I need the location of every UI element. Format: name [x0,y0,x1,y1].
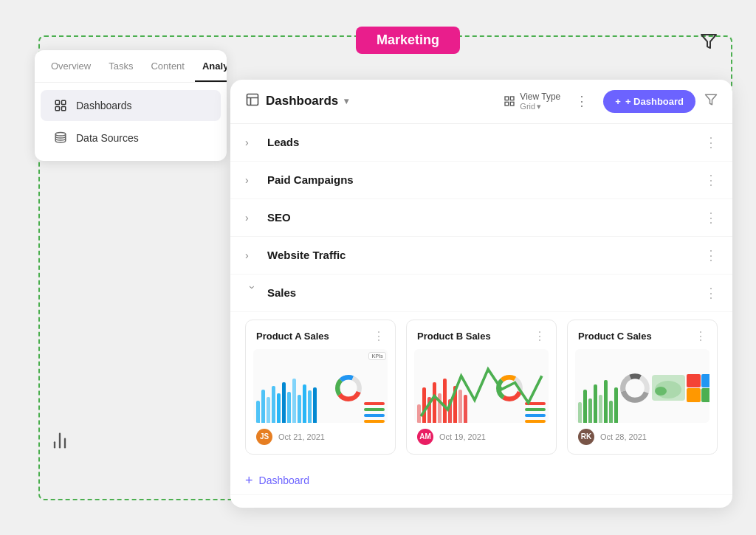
svg-rect-13 [511,97,515,100]
card-preview-product-a: KPIs [253,349,388,423]
map-placeholder-c [652,375,685,401]
avatar-product-b: AM [417,429,433,445]
card-product-c[interactable]: Product C Sales ⋮ [567,320,718,455]
card-preview-product-c [575,349,709,423]
tab-tasks[interactable]: Tasks [101,50,140,82]
main-panel: Dashboards ▾ View Type Grid ▾ [230,80,732,508]
mini-bars-a [256,375,333,423]
sidebar-tabs: Overview Tasks Content Analytics [35,50,227,83]
sidebar-menu: Dashboards Data Sources [35,83,227,161]
sidebar-item-label-data-sources: Data Sources [76,132,139,144]
mini-donut-a [334,374,362,402]
panel-header: Dashboards ▾ View Type Grid ▾ [230,80,732,124]
mini-legend-a [364,402,385,423]
row-label-seo: SEO [267,211,697,224]
line-overlay-b [414,349,549,423]
kpi-badge-a: KPIs [368,352,386,360]
panel-title-text: Dashboards [266,94,338,108]
card-date-product-b: Oct 19, 2021 [439,432,486,441]
svg-rect-9 [247,94,258,105]
expand-icon-sales: › [247,286,258,300]
dashboard-icon [52,97,69,114]
tab-overview[interactable]: Overview [44,50,98,82]
list-row-website-traffic[interactable]: › Website Traffic ⋮ [230,237,732,275]
filter-icon-top[interactable] [700,32,718,55]
row-dots-leads[interactable]: ⋮ [704,134,718,151]
card-footer-product-a: JS Oct 21, 2021 [246,423,395,454]
expand-icon-seo: › [245,212,260,224]
card-title-product-c: Product C Sales [578,331,695,342]
card-header-product-c: Product C Sales ⋮ [568,320,717,349]
add-dashboard-label: Dashboard [259,474,310,486]
list-row-seo[interactable]: › SEO ⋮ [230,199,732,237]
svg-rect-7 [62,106,66,110]
card-dots-product-c[interactable]: ⋮ [695,329,707,343]
svg-rect-6 [55,106,59,110]
filter-icon-panel[interactable] [704,93,718,109]
add-dashboard-plus: + [245,474,253,487]
card-title-product-b: Product B Sales [417,331,534,342]
database-icon [52,130,69,146]
svg-rect-14 [505,102,509,106]
svg-point-8 [55,132,66,136]
row-label-emails: Emails [267,507,697,508]
marketing-label: Marketing [356,27,460,54]
row-dots-seo[interactable]: ⋮ [704,210,718,226]
chart-icon-left [49,430,70,456]
row-label-sales: Sales [267,286,697,299]
sidebar-panel: Overview Tasks Content Analytics Dashboa… [35,50,227,161]
cards-grid: Product A Sales ⋮ KPIs [230,312,732,466]
row-label-leads: Leads [267,136,697,148]
list-row-paid-campaigns[interactable]: › Paid Campaigns ⋮ [230,162,732,199]
sidebar-item-dashboards[interactable]: Dashboards [41,90,221,121]
card-product-b[interactable]: Product B Sales ⋮ [406,320,557,455]
panel-title-chevron[interactable]: ▾ [344,96,348,106]
card-dots-product-b[interactable]: ⋮ [534,329,546,343]
row-dots-website-traffic[interactable]: ⋮ [704,247,718,263]
avatar-product-a: JS [256,429,272,445]
list-row-leads[interactable]: › Leads ⋮ [230,124,732,162]
expand-icon-website-traffic: › [245,249,260,261]
tab-analytics[interactable]: Analytics [195,50,227,82]
row-label-paid-campaigns: Paid Campaigns [267,173,697,186]
svg-rect-5 [62,100,66,104]
card-product-a[interactable]: Product A Sales ⋮ KPIs [245,320,396,455]
card-date-product-a: Oct 21, 2021 [278,432,325,441]
list-row-emails[interactable]: › Emails ⋮ [230,495,732,508]
avatar-product-c: RK [578,429,594,445]
svg-marker-0 [701,35,716,48]
panel-options-button[interactable]: ⋮ [569,90,594,112]
card-footer-product-b: AM Oct 19, 2021 [407,423,556,454]
add-dashboard-button[interactable]: + + Dashboard [603,90,695,113]
card-header-product-a: Product A Sales ⋮ [246,320,395,349]
row-label-website-traffic: Website Traffic [267,249,697,261]
sidebar-item-label-dashboards: Dashboards [76,100,132,111]
svg-rect-15 [511,102,515,106]
row-dots-paid-campaigns[interactable]: ⋮ [704,172,718,188]
add-dashboard-row[interactable]: + Dashboard [230,466,732,495]
card-date-product-c: Oct 28, 2021 [600,432,647,441]
svg-point-30 [655,387,667,396]
card-title-product-a: Product A Sales [256,331,373,342]
expand-icon-leads: › [245,137,260,148]
row-dots-sales[interactable]: ⋮ [704,285,718,301]
mini-donut-c [619,373,650,404]
sidebar-item-data-sources[interactable]: Data Sources [41,122,221,153]
panel-layout-icon [245,92,260,111]
list-row-sales[interactable]: › Sales ⋮ [230,275,732,312]
view-type-selector[interactable]: View Type Grid ▾ [504,92,560,111]
panel-title: Dashboards ▾ [245,92,495,111]
add-dashboard-plus-icon: + [615,96,621,107]
tab-content[interactable]: Content [143,50,192,82]
card-preview-product-b [414,349,549,423]
row-dots-emails[interactable]: ⋮ [704,505,718,508]
card-footer-product-c: RK Oct 28, 2021 [568,423,717,454]
svg-rect-4 [55,100,59,104]
card-dots-product-a[interactable]: ⋮ [373,329,385,343]
mini-bars-c [578,375,618,423]
expand-icon-paid-campaigns: › [245,174,260,186]
treemap-c [687,374,709,402]
panel-content: › Leads ⋮ › Paid Campaigns ⋮ › SEO ⋮ › W… [230,124,732,508]
card-header-product-b: Product B Sales ⋮ [407,320,556,349]
svg-rect-12 [505,97,509,100]
